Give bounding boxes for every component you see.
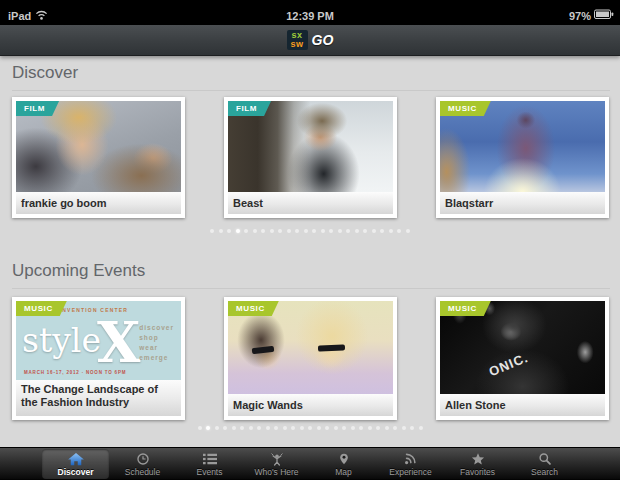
page-dot[interactable] [342,426,346,430]
page-dot[interactable] [372,229,376,233]
tab-label: Favorites [460,467,495,477]
page-dot[interactable] [402,426,406,430]
sxsw-go-app: iPad 12:39 PM 97% sx [0,0,620,480]
poster-dates-text: MARCH 16-17, 2012 · NOON TO 6PM [24,370,126,375]
card-magic-wands[interactable]: MUSIC Magic Wands [224,297,397,420]
page-dot[interactable] [355,229,359,233]
page-dot[interactable] [397,229,401,233]
poster-tagline: discover shop wear emerge [139,323,174,363]
page-dot[interactable] [278,229,282,233]
card-title: frankie go boom [16,192,181,214]
page-dot[interactable] [210,229,214,233]
discover-card-row: FILM frankie go boom FILM Beast MUSIC Bl… [12,97,609,218]
page-dot[interactable] [244,229,248,233]
logo-go-text: GO [312,32,334,48]
page-dot[interactable] [380,229,384,233]
page-dot[interactable] [419,426,423,430]
person-icon [269,451,285,466]
page-dot[interactable] [283,426,287,430]
page-dot[interactable] [334,426,338,430]
page-dot[interactable] [240,426,244,430]
page-dot[interactable] [410,426,414,430]
page-dot[interactable] [329,229,333,233]
tab-favorites[interactable]: Favorites [444,449,511,479]
tab-label: Search [531,467,558,477]
tab-bar: Discover Schedule Eve [0,447,620,480]
category-badge: FILM [16,101,59,116]
page-dot[interactable] [308,426,312,430]
card-title: The Change Landscape of the Fashion Indu… [16,380,181,416]
tab-experience[interactable]: Experience [377,449,444,479]
page-dot[interactable] [325,426,329,430]
page-dot[interactable] [261,229,265,233]
page-dot[interactable] [406,229,410,233]
page-dot[interactable] [219,229,223,233]
page-dot[interactable] [300,426,304,430]
card-allen-stone[interactable]: MUSIC ONIC. Allen Stone [436,297,609,420]
main-content: Discover FILM frankie go boom FILM Beast… [0,55,620,448]
page-dot[interactable] [359,426,363,430]
page-dot[interactable] [351,426,355,430]
page-dot[interactable] [274,426,278,430]
page-dot[interactable] [215,426,219,430]
page-dot[interactable] [295,229,299,233]
tab-label: Events [197,467,223,477]
page-dot[interactable] [363,229,367,233]
card-title: Magic Wands [228,394,393,416]
page-dot[interactable] [198,426,202,430]
poster-x-text: X [97,309,140,375]
card-blaqstarr[interactable]: MUSIC Blaqstarr [436,97,609,218]
tab-search[interactable]: Search [511,449,578,479]
category-badge: MUSIC [16,301,67,316]
page-dot[interactable] [287,229,291,233]
category-badge: MUSIC [440,101,491,116]
page-dot[interactable] [321,229,325,233]
tab-whos-here[interactable]: Who's Here [243,449,310,479]
map-pin-icon [337,451,351,466]
page-dot-active[interactable] [206,426,210,430]
upcoming-section-title: Upcoming Events [12,261,610,289]
page-dot[interactable] [346,229,350,233]
page-dot[interactable] [257,426,261,430]
page-dot[interactable] [232,426,236,430]
page-dot[interactable] [253,229,257,233]
tagline-line: discover [139,323,174,333]
page-dot[interactable] [291,426,295,430]
page-dot[interactable] [338,229,342,233]
tab-schedule[interactable]: Schedule [109,449,176,479]
page-dot[interactable] [385,426,389,430]
tab-discover[interactable]: Discover [42,449,109,479]
page-dot[interactable] [393,426,397,430]
tab-label: Experience [389,467,432,477]
discover-dots[interactable] [0,229,620,233]
page-dot[interactable] [223,426,227,430]
page-dot[interactable] [317,426,321,430]
list-icon [201,451,219,466]
upcoming-dots[interactable] [0,426,620,430]
star-icon [470,451,486,466]
sxsw-logo-icon[interactable]: sx sw [287,30,308,50]
page-dot[interactable] [266,426,270,430]
page-dot[interactable] [227,229,231,233]
page-dot[interactable] [312,229,316,233]
card-frankie-go-boom[interactable]: FILM frankie go boom [12,97,185,218]
page-dot[interactable] [304,229,308,233]
battery-percent-label: 97% [569,10,591,22]
card-stylex-event[interactable]: MUSIC AUSTIN CONVENTION CENTER styleX di… [12,297,185,420]
page-dot[interactable] [368,426,372,430]
tab-events[interactable]: Events [176,449,243,479]
page-dot[interactable] [376,426,380,430]
tab-label: Who's Here [254,467,298,477]
page-dot-active[interactable] [236,229,240,233]
card-beast[interactable]: FILM Beast [224,97,397,218]
home-icon [67,451,85,466]
sunglasses-shape [318,344,345,351]
page-dot[interactable] [249,426,253,430]
poster-style-text: style [22,321,101,360]
tab-map[interactable]: Map [310,449,377,479]
sunglasses-shape [252,346,275,354]
tagline-line: wear [139,343,174,353]
page-dot[interactable] [389,229,393,233]
page-dot[interactable] [270,229,274,233]
tab-label: Schedule [125,467,160,477]
